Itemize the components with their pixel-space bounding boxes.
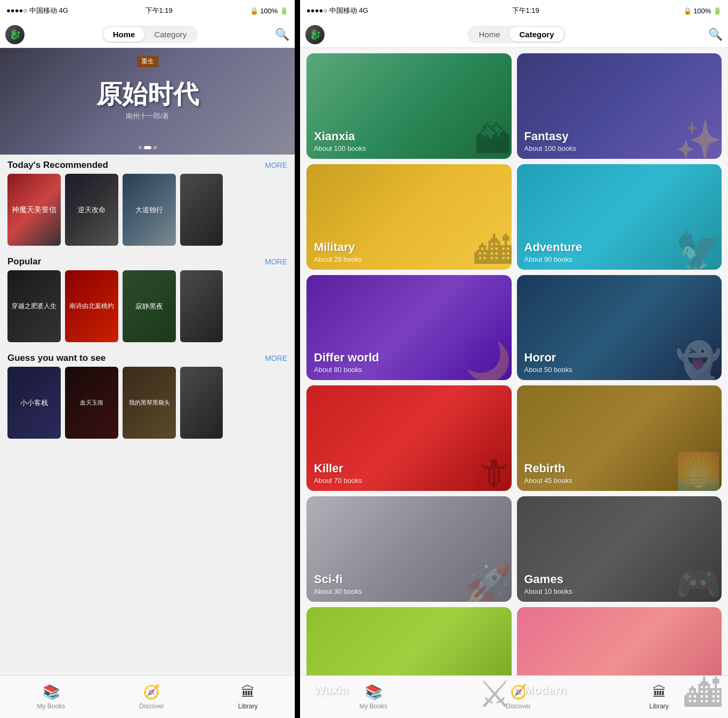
cat-military-count: About 20 books (314, 255, 362, 263)
cat-differworld-deco: 🌙 (465, 343, 512, 380)
cat-games[interactable]: 🎮 Games About 10 books (517, 496, 722, 602)
nav-bar-left: 🐉 Home Category 🔍 (0, 21, 295, 48)
popular-more[interactable]: MORE (265, 257, 287, 266)
cat-fantasy-label: Fantasy About 100 books (524, 130, 577, 152)
book-cover-1[interactable]: 神魔天美誉信 (7, 174, 61, 246)
book-cover-7[interactable]: 寂静黑夜 (123, 270, 176, 342)
cat-rebirth[interactable]: 🌅 Rebirth About 45 books (517, 385, 722, 491)
cat-military[interactable]: 🏙 Military About 20 books (306, 164, 512, 270)
search-icon-left[interactable]: 🔍 (275, 28, 289, 42)
tab-home-left[interactable]: Home (103, 27, 145, 42)
cat-xianxia[interactable]: 🏔 Xianxia About 100 books (306, 53, 512, 159)
tab-category-left[interactable]: Category (144, 27, 196, 42)
cat-scifi-count: About 30 books (314, 587, 362, 595)
cat-adventure[interactable]: 🦅 Adventure About 90 books (517, 164, 722, 270)
cat-wuxia-count: About 140 books (314, 698, 366, 706)
time-right: 下午1:19 (512, 6, 539, 15)
cat-differworld-count: About 80 books (314, 366, 379, 374)
cat-rebirth-label: Rebirth About 45 books (524, 462, 572, 485)
book-cover-5[interactable]: 穿越之肥婆人生 (7, 270, 61, 342)
cat-xianxia-name: Xianxia (314, 130, 366, 143)
book-cover-2[interactable]: 逆天改命 (65, 174, 118, 246)
cat-killer-deco: 🗡 (474, 454, 512, 491)
cat-horor-name: Horor (524, 351, 572, 365)
book-cover-9[interactable]: 小小客栈 (7, 367, 61, 439)
cat-killer-count: About 70 books (314, 477, 362, 485)
tab-home-right[interactable]: Home (469, 27, 509, 42)
nav-tabs-left: Home Category (102, 26, 198, 43)
search-icon-right[interactable]: 🔍 (708, 28, 723, 42)
cat-military-label: Military About 20 books (314, 240, 362, 263)
tab-library-right[interactable]: 🏛 Library (649, 684, 669, 710)
book-cover-10[interactable]: 血灭玉痕 (65, 367, 118, 439)
library-icon-left: 🏛 (241, 684, 255, 700)
guess-title: Guess you want to see (7, 353, 106, 364)
book-cover-11[interactable]: 我的黑帮黑额头 (123, 367, 176, 439)
battery-right: 🔒 100% 🔋 (683, 7, 722, 15)
time-left: 下午1:19 (145, 6, 173, 15)
cat-fantasy[interactable]: ✨ Fantasy About 100 books (517, 53, 722, 159)
cat-scifi-name: Sci-fi (314, 572, 362, 586)
nav-tabs-right: Home Category (467, 26, 565, 43)
cat-games-label: Games About 10 books (524, 572, 572, 595)
cat-horor[interactable]: 👻 Horor About 50 books (517, 275, 722, 381)
discover-icon-left: 🧭 (143, 684, 160, 700)
tab-library-left[interactable]: 🏛 Library (238, 684, 258, 710)
hero-banner[interactable]: 重生 原始时代 南州十一郎/著 (0, 48, 295, 155)
cat-differworld[interactable]: 🌙 Differ world About 80 books (306, 275, 512, 381)
avatar-left[interactable]: 🐉 (5, 25, 25, 44)
cat-killer[interactable]: 🗡 Killer About 70 books (306, 385, 512, 491)
tab-mybooks-left[interactable]: 📚 My Books (37, 684, 65, 710)
cat-differworld-label: Differ world About 80 books (314, 351, 379, 374)
cat-scifi[interactable]: 🚀 Sci-fi About 30 books (306, 496, 512, 602)
cat-rebirth-count: About 45 books (524, 477, 572, 485)
book-cover-12[interactable] (180, 367, 223, 439)
cat-horor-count: About 50 books (524, 366, 572, 374)
guess-more[interactable]: MORE (265, 354, 287, 362)
hero-dots (139, 146, 157, 149)
hero-content: 重生 原始时代 南州十一郎/著 (96, 82, 199, 121)
cat-horor-deco: 👻 (675, 343, 722, 380)
cat-fantasy-count: About 100 books (524, 144, 577, 152)
status-bar-left: ●●●●○ 中国移动 4G 下午1:19 🔒 100% 🔋 (0, 0, 295, 21)
tab-category-right[interactable]: Category (509, 27, 563, 42)
cat-adventure-name: Adventure (524, 240, 583, 254)
guess-row: 小小客栈 血灭玉痕 我的黑帮黑额头 (0, 367, 295, 444)
book-cover-8[interactable] (180, 270, 223, 342)
cat-games-name: Games (524, 572, 572, 586)
avatar-right[interactable]: 🐉 (305, 25, 325, 44)
cat-wuxia-name: Wuxia (314, 683, 366, 697)
cat-horor-label: Horor About 50 books (524, 351, 572, 374)
mybooks-label-left: My Books (37, 703, 65, 710)
library-label-left: Library (238, 703, 258, 710)
cat-scifi-label: Sci-fi About 30 books (314, 572, 362, 595)
cat-wuxia-label: Wuxia About 140 books (314, 683, 366, 706)
recommended-more[interactable]: MORE (265, 161, 287, 170)
library-label-right: Library (649, 703, 669, 710)
book-cover-3[interactable]: 大道独行 (123, 174, 176, 246)
library-icon-right: 🏛 (652, 684, 666, 700)
cat-adventure-deco: 🦅 (675, 232, 722, 270)
cat-military-deco: 🏙 (474, 232, 512, 270)
hero-title: 原始时代 (96, 82, 199, 107)
cat-adventure-label: Adventure About 90 books (524, 240, 583, 263)
tab-discover-left[interactable]: 🧭 Discover (139, 684, 164, 710)
cat-killer-name: Killer (314, 462, 362, 475)
cat-fantasy-name: Fantasy (524, 130, 577, 143)
dot-2 (144, 146, 151, 149)
recommended-title: Today's Recommended (7, 160, 108, 171)
book-cover-4[interactable] (180, 174, 223, 246)
cat-military-name: Military (314, 240, 362, 254)
cat-modern-label: Modern About 10 books (524, 683, 572, 706)
book-cover-6[interactable]: 南诗由北葉桃灼 (65, 270, 118, 342)
cat-modern-name: Modern (524, 683, 572, 697)
right-panel: ●●●●○ 中国移动 4G 下午1:19 🔒 100% 🔋 🐉 Home Cat… (300, 0, 728, 718)
cat-wuxia-deco: ⚔ (478, 675, 512, 713)
cat-killer-label: Killer About 70 books (314, 462, 362, 485)
cat-xianxia-deco: 🏔 (474, 122, 512, 159)
cat-xianxia-label: Xianxia About 100 books (314, 130, 366, 152)
bottom-bar-left: 📚 My Books 🧭 Discover 🏛 Library (0, 675, 295, 718)
status-bar-right: ●●●●○ 中国移动 4G 下午1:19 🔒 100% 🔋 (300, 0, 728, 21)
hero-badge: 重生 (137, 56, 158, 67)
cat-rebirth-name: Rebirth (524, 462, 572, 475)
